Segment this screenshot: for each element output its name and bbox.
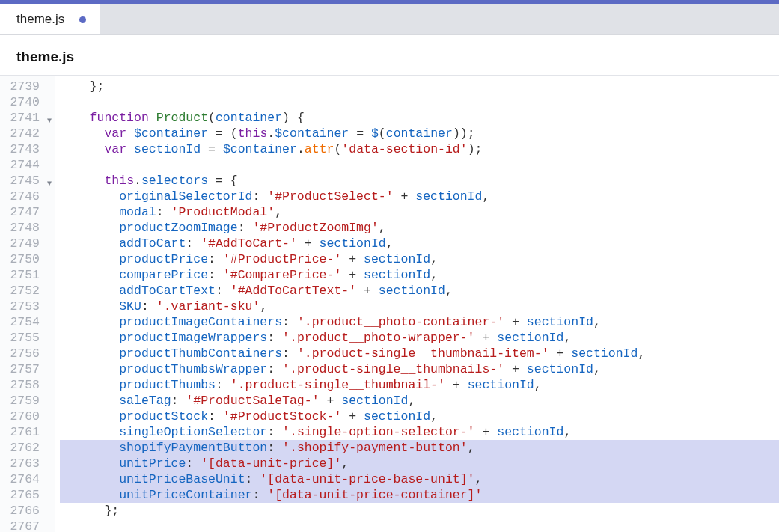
token-punct: . (297, 142, 305, 156)
token-punct: + (504, 315, 527, 329)
token-punct (60, 205, 119, 219)
code-line[interactable]: unitPrice: '[data-unit-price]', (60, 456, 779, 471)
line-number[interactable]: 2752 (0, 283, 55, 299)
dirty-indicator-icon (79, 16, 86, 23)
tab-theme-js[interactable]: theme.js (0, 4, 100, 34)
token-punct (60, 331, 119, 345)
line-number[interactable]: 2749 (0, 236, 55, 251)
token-punct: , (430, 409, 438, 424)
token-punct: + (341, 409, 364, 424)
code-line[interactable]: addToCartText: '#AddToCartText-' + secti… (60, 283, 779, 299)
token-kw: function (90, 111, 149, 125)
token-prop: productThumbContainers (119, 346, 282, 361)
line-number[interactable]: 2746 (0, 189, 55, 204)
code-line[interactable]: productThumbContainers: '.product-single… (60, 346, 779, 361)
token-punct: , (593, 315, 601, 329)
token-punct (60, 362, 119, 376)
code-line[interactable]: var $container = (this.$container = $(co… (60, 126, 779, 141)
code-line[interactable]: modal: 'ProductModal', (60, 204, 779, 220)
line-number[interactable]: 2761 (0, 424, 55, 440)
token-punct: : (282, 315, 297, 329)
code-line[interactable]: productThumbs: '.product-single__thumbna… (60, 377, 779, 393)
line-number[interactable]: 2764 (0, 471, 55, 487)
token-punct: , (638, 346, 645, 361)
breadcrumb-filename: theme.js (16, 49, 74, 64)
token-this: this (104, 174, 134, 188)
token-punct (60, 346, 119, 361)
code-line[interactable]: comparePrice: '#ComparePrice-' + section… (60, 267, 779, 283)
token-punct (60, 252, 119, 266)
line-number[interactable]: 2747 (0, 204, 55, 220)
token-str: '#ComparePrice-' (223, 268, 341, 282)
line-number[interactable]: 2756 (0, 346, 55, 361)
token-ident: container (386, 126, 453, 141)
code-line[interactable]: productThumbsWrapper: '.product-single__… (60, 361, 779, 377)
line-number[interactable]: 2762 (0, 440, 55, 456)
line-number[interactable]: 2741▼ (0, 110, 55, 126)
code-line[interactable]: saleTag: '#ProductSaleTag-' + sectionId, (60, 393, 779, 409)
token-punct: + (445, 378, 468, 392)
token-ident: sectionId (415, 189, 482, 204)
code-line[interactable]: productPrice: '#ProductPrice-' + section… (60, 251, 779, 267)
code-area[interactable]: }; function Product(container) { var $co… (55, 76, 779, 532)
line-number[interactable]: 2739 (0, 79, 55, 94)
line-number[interactable]: 2759 (0, 393, 55, 409)
line-number[interactable]: 2751 (0, 267, 55, 283)
line-number[interactable]: 2742 (0, 126, 55, 141)
code-line[interactable]: originalSelectorId: '#ProductSelect-' + … (60, 189, 779, 204)
token-str: '.product__photo-container-' (297, 315, 504, 329)
line-number[interactable]: 2745▼ (0, 173, 55, 189)
code-line[interactable]: productZoomImage: '#ProductZoomImg', (60, 220, 779, 236)
line-number[interactable]: 2754 (0, 314, 55, 330)
code-line[interactable]: addToCart: '#AddToCart-' + sectionId, (60, 236, 779, 251)
token-punct: + (341, 252, 364, 266)
code-line[interactable]: productImageWrappers: '.product__photo-w… (60, 330, 779, 346)
token-punct (126, 142, 134, 156)
code-line[interactable]: unitPriceBaseUnit: '[data-unit-price-bas… (60, 471, 779, 487)
token-prop: unitPriceBaseUnit (119, 472, 245, 486)
code-line[interactable]: this.selectors = { (60, 173, 779, 189)
line-number[interactable]: 2740 (0, 94, 55, 110)
line-number[interactable]: 2743 (0, 141, 55, 157)
line-number[interactable]: 2760 (0, 409, 55, 424)
token-prop: addToCart (119, 236, 186, 251)
token-punct: + (475, 331, 498, 345)
line-number[interactable]: 2748 (0, 220, 55, 236)
line-number-gutter[interactable]: 273927402741▼2742274327442745▼2746274727… (0, 76, 55, 532)
code-line[interactable]: productImageContainers: '.product__photo… (60, 314, 779, 330)
token-punct: : (208, 409, 223, 424)
code-line[interactable]: }; (60, 79, 779, 94)
token-punct: : (267, 331, 282, 345)
token-ident: $container (134, 126, 208, 141)
code-line[interactable]: unitPriceContainer: '[data-unit-price-co… (60, 487, 779, 503)
code-line[interactable]: shopifyPaymentButton: '.shopify-payment-… (60, 440, 779, 456)
code-line[interactable]: productStock: '#ProductStock-' + section… (60, 409, 779, 424)
line-number[interactable]: 2755 (0, 330, 55, 346)
token-punct: = (201, 142, 223, 156)
code-editor[interactable]: 273927402741▼2742274327442745▼2746274727… (0, 76, 779, 532)
code-line[interactable]: }; (60, 503, 779, 519)
tab-label: theme.js (16, 12, 64, 27)
line-number[interactable]: 2767 (0, 519, 55, 532)
token-punct (60, 472, 119, 486)
line-number[interactable]: 2763 (0, 456, 55, 471)
code-line[interactable] (60, 157, 779, 173)
token-str: '#ProductZoomImg' (252, 221, 378, 235)
code-line[interactable] (60, 94, 779, 110)
token-punct (60, 488, 119, 502)
code-line[interactable]: singleOptionSelector: '.single-option-se… (60, 424, 779, 440)
code-line[interactable]: var sectionId = $container.attr('data-se… (60, 141, 779, 157)
token-punct: , (475, 472, 483, 486)
line-number[interactable]: 2758 (0, 377, 55, 393)
code-line[interactable] (60, 519, 779, 532)
line-number[interactable]: 2744 (0, 157, 55, 173)
code-line[interactable]: function Product(container) { (60, 110, 779, 126)
code-line[interactable]: SKU: '.variant-sku', (60, 299, 779, 314)
line-number[interactable]: 2750 (0, 251, 55, 267)
line-number[interactable]: 2753 (0, 299, 55, 314)
token-punct: , (445, 284, 453, 298)
line-number[interactable]: 2766 (0, 503, 55, 519)
line-number[interactable]: 2757 (0, 361, 55, 377)
token-punct (60, 441, 119, 455)
line-number[interactable]: 2765 (0, 487, 55, 503)
